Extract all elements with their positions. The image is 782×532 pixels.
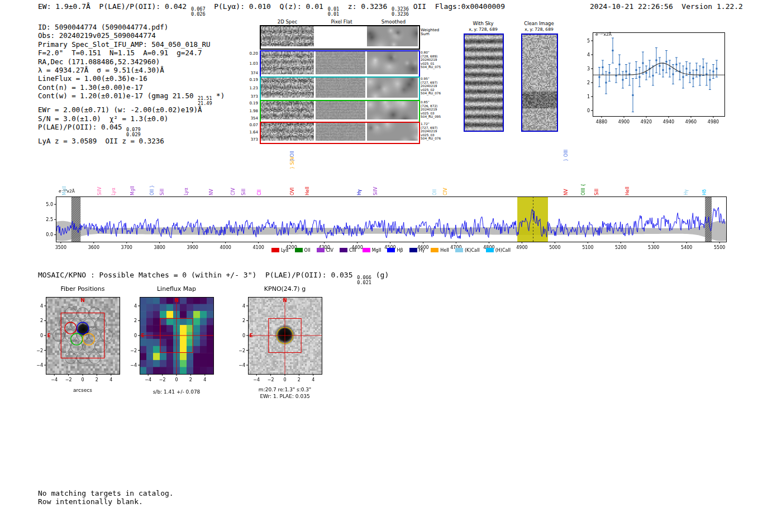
text-segment: (g)	[371, 271, 389, 279]
fiber-positions-plot	[28, 295, 126, 390]
kpno-cutout-plot	[230, 295, 328, 390]
spec2d-cell-canvas	[316, 101, 365, 119]
legend-swatch	[455, 248, 463, 252]
spec2d-cell-canvas	[261, 26, 314, 46]
spec2d-row-right-labels: 0.80" (728, 689) 20240219 v025_01 504_RU…	[421, 51, 444, 69]
text-segment: Obs: 20240219v025_5090044774	[38, 31, 156, 40]
info-line: Cont(n) = 1.30(±0.00)e-17	[38, 83, 225, 92]
spec2d-cell-canvas	[367, 51, 418, 74]
spec2d-cell-canvas	[367, 101, 418, 119]
legend-item: OII	[295, 248, 311, 253]
full-spectrum-plot	[39, 188, 732, 252]
footer-note-1: No matching targets in catalog.	[38, 489, 174, 498]
clean-image-title: Clean Image	[515, 21, 563, 26]
fiber-positions-title: Fiber Positions	[44, 285, 122, 293]
spec2d-row-left-labels: 0.201.03374	[244, 51, 258, 75]
text-segment: EWr = 2.00(±0.71) (w: -2.00(±0.02)e19)Å	[38, 106, 202, 114]
info-line: F=2.0" T=0.151 N=1.15 A=0.91 g=24.7	[38, 49, 225, 57]
info-line: Cont(w) = 1.20(±0.01)e-17 (gmag 21.50 21…	[38, 92, 225, 106]
spec2d-cell-canvas	[316, 51, 365, 74]
text-segment: RA,Dec (171.088486,52.342960)	[38, 57, 160, 66]
text-segment: Cont(w) = 1.20(±0.01)e-17 (gmag 21.50	[38, 92, 198, 100]
legend-item: Hγ	[409, 248, 425, 253]
text-segment: F=2.0" T=0.151 N=1.15 A=0.91 g=24.7	[38, 49, 202, 57]
info-line: ID: 5090044774 (5090044774.pdf)	[38, 23, 225, 31]
text-segment: z: 0.3236	[339, 2, 392, 11]
emission-line-label: } OIII	[564, 150, 569, 161]
emission-line-label: } SiIV	[290, 156, 295, 169]
legend-swatch	[340, 248, 347, 252]
emission-line-label: } OII	[290, 151, 295, 161]
lineflux-caption: s/b: 1.41 +/- 0.078	[137, 389, 216, 395]
spec2d-row	[260, 100, 420, 123]
legend-swatch	[363, 248, 370, 252]
info-line: P(LAE)/P(OII): 0.045 0.0790.029	[38, 123, 225, 137]
text-segment: ID: 5090044774 (5090044774.pdf)	[38, 23, 168, 31]
legend-item: (K)CaII	[455, 248, 480, 253]
spec2d-cell-canvas	[316, 78, 365, 98]
spec2d-row	[260, 50, 420, 78]
text-segment: *)	[212, 92, 225, 100]
error-range-stack: 0.0790.029	[126, 127, 141, 137]
legend-label: CIV	[326, 248, 333, 253]
summary-header-line: EW: 1.9±0.7Å P(LAE)/P(OII): 0.042 0.0670…	[38, 2, 505, 16]
legend-item: Hβ	[387, 248, 403, 253]
spec2d-col-title-1: 2D Spec	[261, 19, 314, 25]
text-segment: Primary Spec_Slot_IFU_AMP: 504_050_018_R…	[38, 40, 211, 49]
lineflux-map-plot	[122, 295, 220, 390]
elixer-detection-report: EW: 1.9±0.7Å P(LAE)/P(OII): 0.042 0.0670…	[0, 0, 782, 532]
spec2d-row-left-labels: 0.071.64373	[244, 123, 258, 142]
spec2d-row-right-labels: 0.85" (726, 872) 20240219 v025_03 504_RU…	[421, 100, 444, 119]
text-segment: OII Flags:0x00400009	[409, 2, 505, 11]
legend-item: MgII	[363, 248, 382, 253]
legend-swatch	[387, 248, 395, 252]
legend-label: MgII	[372, 248, 382, 253]
text-segment: P(LAE)/P(OII): 0.045	[38, 123, 126, 131]
spec2d-cell-canvas	[316, 123, 365, 141]
spec2d-cell-canvas	[261, 101, 314, 119]
spec2d-cell-canvas	[261, 51, 314, 74]
legend-swatch	[271, 248, 279, 252]
spec2d-row	[260, 76, 420, 101]
spec2d-row-right-labels: 1.72" (727, 697) 20240219 v025_03 504_RU…	[421, 122, 444, 141]
spec2d-col-title-2: Pixel Flat	[317, 19, 366, 25]
info-line: λ = 4934.27Å σ = 9.51(±4.30)Å	[38, 66, 225, 74]
legend-label: Lyα	[281, 248, 289, 253]
info-line: EWr = 2.00(±0.71) (w: -2.00(±0.02)e19)Å	[38, 106, 225, 114]
text-segment: Cont(n) = 1.30(±0.00)e-17	[38, 83, 143, 92]
with-sky-xy: x, y: 728, 689	[460, 27, 506, 32]
text-segment: λ = 4934.27Å σ = 9.51(±4.30)Å	[38, 66, 164, 74]
clean-image-xy: x, y: 728, 689	[515, 27, 563, 32]
spec2d-cell-canvas	[367, 123, 418, 141]
legend-label: CIII	[349, 248, 356, 253]
legend-item: Lyα	[271, 248, 289, 253]
spec2d-row-right-labels: Weighted Sum	[421, 28, 444, 36]
legend-item: HeII	[431, 248, 449, 253]
spec2d-row-left-labels: 0.191.23373	[244, 78, 258, 99]
legend-label: HeII	[440, 248, 449, 253]
spec2d-cell-canvas	[367, 26, 418, 46]
with-sky-cutout-image	[464, 33, 504, 132]
timestamp-version: 2024-10-21 22:26:56 Version 1.22.2	[590, 2, 743, 11]
text-segment: S/N = 3.0(±1.0) χ² = 1.3(±0.0)	[38, 114, 168, 123]
error-range-stack: 0.0670.026	[191, 7, 206, 16]
text-segment: LyA z = 3.0589 OII z = 0.3236	[38, 137, 164, 145]
text-segment: EW: 1.9±0.7Å P(LAE)/P(OII): 0.042	[38, 2, 191, 11]
legend-label: Hβ	[397, 248, 403, 253]
info-line: LineFlux = 1.00(±0.36)e-16	[38, 74, 225, 83]
info-line: RA,Dec (171.088486,52.342960)	[38, 57, 225, 66]
spec2d-row-left-labels: 0.191.98354	[244, 101, 258, 121]
spec2d-col-title-3: Smoothed	[368, 19, 419, 25]
spec2d-cell-canvas	[316, 26, 365, 46]
text-segment: P(Lyα): 0.010 Q(z): 0.01	[206, 2, 328, 11]
with-sky-title: With Sky	[460, 21, 506, 26]
spec2d-cell-canvas	[261, 78, 314, 98]
detection-info-block: ID: 5090044774 (5090044774.pdf)Obs: 2024…	[38, 23, 225, 145]
spec2d-cell-canvas	[261, 123, 314, 141]
footer-note-2: Row intentionally blank.	[38, 497, 143, 506]
spec2d-row-right-labels: 0.95" (727, 697) 20240219 v025_02 504_RU…	[421, 77, 444, 95]
legend-swatch	[295, 248, 303, 252]
fiber-xlabel: arcsecs	[44, 387, 122, 393]
error-range-stack: 0.0660.021	[357, 275, 371, 285]
clean-cutout-image	[521, 33, 558, 132]
